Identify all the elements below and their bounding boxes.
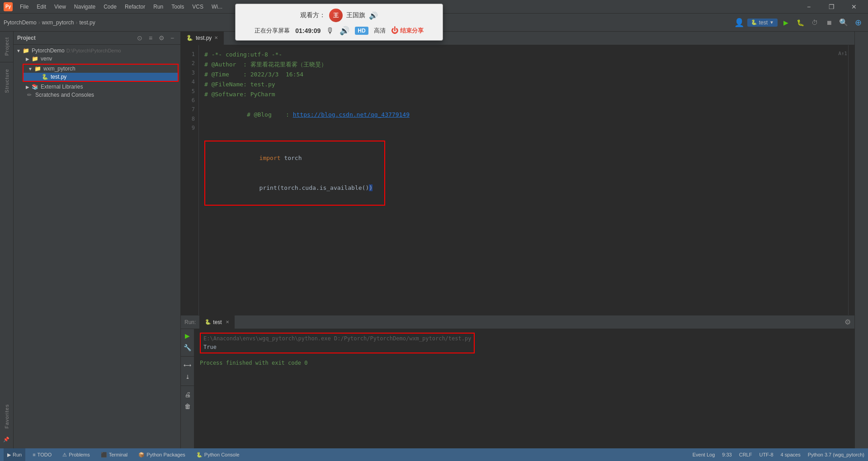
menu-view[interactable]: View (51, 3, 70, 11)
menu-edit[interactable]: Edit (33, 3, 50, 11)
code-line-6: # @Blog : https://blog.csdn.net/qq_43779… (204, 99, 843, 129)
observer-avatar: 王 (329, 9, 343, 22)
caret-position[interactable]: 9:33 (722, 452, 731, 457)
sidebar-item-favorites[interactable]: Favorites (2, 400, 11, 432)
code-line-7 (204, 130, 843, 140)
console-wrap-icon[interactable]: ⟷ (183, 360, 193, 370)
settings-icon[interactable]: ⚙ (157, 33, 166, 42)
run-tab-icon: 🐍 (205, 319, 211, 325)
run-tab-name: test (213, 319, 222, 325)
breadcrumb-folder[interactable]: wxm_pytorch (42, 19, 74, 26)
breadcrumb-file[interactable]: test.py (79, 19, 95, 26)
window-controls: − ❐ ✕ (798, 0, 864, 14)
code-highlight-region: import torch print(torch.cuda.is_availab… (204, 141, 385, 206)
user-icon[interactable]: 👤 (733, 16, 745, 29)
tree-item-test-py[interactable]: 🐍 test.py (24, 73, 178, 81)
file-encoding[interactable]: UTF-8 (759, 452, 773, 457)
collapse-all-icon[interactable]: ≡ (146, 33, 155, 42)
console-exit-message: Process finished with exit code 0 (200, 359, 849, 367)
code-line-8: import torch (210, 143, 380, 173)
line-numbers: 1 2 3 4 5 6 7 8 9 (181, 45, 199, 315)
project-tree: ▼ 📁 PytorchDemo D:\Pytorch\PytorchDemo ▶… (14, 45, 180, 448)
status-bar: ▶ Run ≡ TODO ⚠ Problems ⬛ Terminal 📦 Pyt… (0, 448, 868, 461)
python-packages-label: Python Packages (146, 452, 185, 457)
todo-label: TODO (38, 452, 52, 457)
console-content: ▶ 🔧 ⟷ ⤓ 🖨 🗑 E:\Anaconda\envs\wgq_pytorch… (181, 329, 854, 448)
terminal-icon: ⬛ (101, 452, 107, 458)
run-tabs: Run: 🐍 test ✕ ⚙ (181, 315, 854, 329)
speaker-button[interactable]: 🔊 (340, 26, 349, 36)
tree-item-venv[interactable]: ▶ 📁 venv (14, 55, 180, 63)
terminal-label: Terminal (109, 452, 128, 457)
profile-button[interactable]: ⏱ (808, 16, 821, 29)
code-line-3: # @Time : 2022/3/3 16:54 (204, 70, 843, 80)
scope-icon[interactable]: ⊙ (135, 33, 144, 42)
pin-icon[interactable]: 📌 (1, 433, 13, 445)
python-packages-icon: 📦 (138, 452, 145, 458)
tree-item-root[interactable]: ▼ 📁 PytorchDemo D:\Pytorch\PytorchDemo (14, 47, 180, 55)
problems-tab[interactable]: ⚠ Problems (59, 448, 93, 461)
sidebar-item-project[interactable]: Project (2, 33, 11, 59)
console-tool-icon[interactable]: 🔧 (183, 343, 193, 353)
tree-item-scratches[interactable]: ✏ Scratches and Consoles (14, 91, 180, 99)
close-button[interactable]: ✕ (844, 0, 864, 14)
run-config-selector[interactable]: 🐍 test ▼ (747, 19, 778, 27)
stop-button[interactable]: ⏹ (823, 16, 835, 29)
menu-run[interactable]: Run (150, 3, 167, 11)
python-console-tab[interactable]: 🐍 Python Console (193, 448, 243, 461)
terminal-tab[interactable]: ⬛ Terminal (97, 448, 132, 461)
menu-wi[interactable]: Wi... (208, 3, 226, 11)
menu-file[interactable]: File (16, 3, 32, 11)
add-button[interactable]: ⊕ (852, 16, 864, 29)
search-button[interactable]: 🔍 (837, 16, 850, 29)
interpreter-info[interactable]: Python 3.7 (wgq_pytorch) (808, 452, 864, 457)
folder-group-wxm: ▼ 📁 wxm_pytorch 🐍 test.py (23, 64, 179, 82)
console-true-output: True (203, 343, 471, 352)
editor-tab-test-py[interactable]: 🐍 test.py ✕ (181, 32, 224, 45)
console-scroll-icon[interactable]: ⤓ (183, 372, 193, 382)
run-button[interactable]: ▶ (779, 16, 792, 29)
wxm-pytorch-name: wxm_pytorch (43, 66, 75, 72)
problems-label: Problems (69, 452, 90, 457)
tree-item-wxm-pytorch[interactable]: ▼ 📁 wxm_pytorch (24, 65, 178, 73)
todo-tab[interactable]: ≡ TODO (29, 448, 55, 461)
breadcrumb-sep1: › (38, 19, 40, 26)
minimize-button[interactable]: − (798, 0, 819, 14)
debug-button[interactable]: 🐛 (794, 16, 807, 29)
indent-info[interactable]: 4 spaces (781, 452, 801, 457)
main-layout: Project Structure Favorites 📌 Project ⊙ … (0, 32, 868, 448)
event-log-item[interactable]: Event Log (693, 452, 715, 457)
menu-navigate[interactable]: Navigate (71, 3, 99, 11)
root-path: D:\Pytorch\PytorchDemo (66, 48, 121, 53)
mic-button[interactable]: 🎙 (326, 26, 334, 36)
console-print-icon[interactable]: 🖨 (183, 390, 193, 400)
editor-area: 🐍 test.py ✕ 1 2 3 4 5 6 7 8 9 (181, 32, 854, 315)
console-delete-icon[interactable]: 🗑 (183, 401, 193, 411)
tree-item-external-libs[interactable]: ▶ 📚 External Libraries (14, 83, 180, 91)
menu-code[interactable]: Code (100, 3, 120, 11)
ext-libs-name: External Libraries (41, 84, 83, 90)
run-tab-test[interactable]: 🐍 test ✕ (199, 315, 234, 329)
observer-name: 王国旗 (346, 11, 365, 19)
menu-refactor[interactable]: Refactor (121, 3, 149, 11)
blog-link[interactable]: https://blog.csdn.net/qq_43779149 (293, 111, 410, 118)
hide-panel-icon[interactable]: − (168, 33, 177, 42)
sidebar-item-structure[interactable]: Structure (2, 65, 11, 97)
menu-tools[interactable]: Tools (168, 3, 188, 11)
project-panel-title: Project (17, 35, 133, 41)
line-separator[interactable]: CRLF (739, 452, 752, 457)
right-gutter (848, 45, 854, 315)
run-tab-close[interactable]: ✕ (226, 320, 229, 325)
end-share-button[interactable]: ⏻ 结束分享 (391, 27, 424, 35)
tab-close-test-py[interactable]: ✕ (214, 35, 218, 40)
code-editor[interactable]: # -*- coding:utf-8 -*- # @Author : 雾里看花花… (199, 45, 848, 315)
left-sidebar: Project Structure Favorites 📌 (0, 32, 14, 448)
run-settings-button[interactable]: ⚙ (844, 318, 851, 326)
maximize-button[interactable]: ❐ (821, 0, 842, 14)
console-run-button[interactable]: ▶ (183, 331, 193, 341)
menu-vcs[interactable]: VCS (189, 3, 207, 11)
run-tab-statusbar[interactable]: ▶ Run (4, 448, 25, 461)
python-packages-tab[interactable]: 📦 Python Packages (135, 448, 189, 461)
breadcrumb-project[interactable]: PytorchDemo (4, 19, 37, 26)
power-icon: ⏻ (391, 27, 398, 35)
